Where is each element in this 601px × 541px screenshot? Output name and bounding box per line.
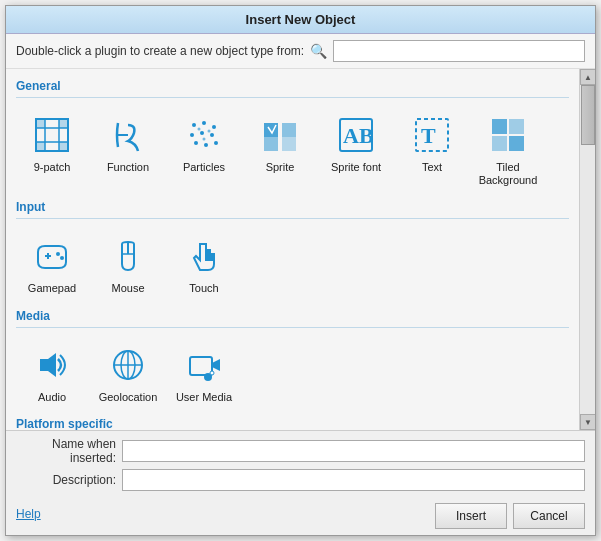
plugin-geolocation[interactable]: Geolocation: [92, 336, 164, 409]
svg-text:T: T: [421, 123, 436, 148]
svg-point-47: [210, 371, 214, 375]
cancel-button[interactable]: Cancel: [513, 503, 585, 529]
plugin-function[interactable]: Function: [92, 106, 164, 192]
touch-name: Touch: [189, 282, 218, 295]
scrollbar[interactable]: ▲ ▼: [579, 69, 595, 430]
plugin-gamepad[interactable]: Gamepad: [16, 227, 88, 300]
plugin-audio[interactable]: Audio: [16, 336, 88, 409]
description-row: Description:: [16, 469, 585, 491]
plugin-text[interactable]: T Text: [396, 106, 468, 192]
section-input-label: Input: [16, 200, 569, 214]
description-label: Description:: [16, 473, 116, 487]
dialog-title: Insert New Object: [6, 6, 595, 34]
svg-rect-32: [509, 136, 524, 151]
9patch-name: 9-patch: [34, 161, 71, 174]
audio-name: Audio: [38, 391, 66, 404]
svg-rect-7: [36, 142, 45, 151]
svg-point-11: [212, 125, 216, 129]
plugin-usermedia[interactable]: User Media: [168, 336, 240, 409]
svg-rect-30: [509, 119, 524, 134]
svg-point-16: [204, 143, 208, 147]
dialog-footer: Name when inserted: Description: Help In…: [6, 430, 595, 535]
svg-point-9: [192, 123, 196, 127]
text-icon: T: [408, 111, 456, 159]
svg-text:AB: AB: [343, 123, 374, 148]
search-label: Double-click a plugin to create a new ob…: [16, 44, 304, 58]
svg-point-20: [203, 138, 206, 141]
plugin-sprite[interactable]: Sprite: [244, 106, 316, 192]
content-area: General 9-patch Function: [6, 69, 595, 430]
function-name: Function: [107, 161, 149, 174]
insert-button[interactable]: Insert: [435, 503, 507, 529]
plugin-9patch[interactable]: 9-patch: [16, 106, 88, 192]
search-bar: Double-click a plugin to create a new ob…: [6, 34, 595, 69]
svg-point-12: [190, 133, 194, 137]
input-items-grid: Gamepad Mouse Touch: [16, 227, 569, 300]
svg-marker-45: [212, 359, 220, 371]
footer-fields: Name when inserted: Description:: [16, 437, 585, 491]
geolocation-name: Geolocation: [99, 391, 158, 404]
title-text: Insert New Object: [246, 12, 356, 27]
svg-point-17: [214, 141, 218, 145]
plugin-spritefont[interactable]: AB Sprite font: [320, 106, 392, 192]
mouse-name: Mouse: [111, 282, 144, 295]
tiledbackground-icon: [484, 111, 532, 159]
function-icon: [104, 111, 152, 159]
plugin-mouse[interactable]: Mouse: [92, 227, 164, 300]
name-input[interactable]: [122, 440, 585, 462]
gamepad-icon: [28, 232, 76, 280]
gamepad-name: Gamepad: [28, 282, 76, 295]
usermedia-icon: [180, 341, 228, 389]
sprite-icon: [256, 111, 304, 159]
media-divider: [16, 327, 569, 328]
svg-point-15: [194, 141, 198, 145]
search-icon: 🔍: [310, 43, 327, 59]
particles-name: Particles: [183, 161, 225, 174]
help-link[interactable]: Help: [16, 507, 41, 521]
svg-rect-8: [59, 142, 68, 151]
scroll-up-button[interactable]: ▲: [580, 69, 595, 85]
section-media-label: Media: [16, 309, 569, 323]
section-platform-label: Platform specific: [16, 417, 569, 430]
svg-rect-6: [59, 119, 68, 128]
general-divider: [16, 97, 569, 98]
svg-point-18: [198, 128, 201, 131]
mouse-icon: [104, 232, 152, 280]
plugins-scroll-area[interactable]: General 9-patch Function: [6, 69, 579, 430]
svg-rect-29: [492, 119, 507, 134]
svg-point-10: [202, 121, 206, 125]
geolocation-icon: [104, 341, 152, 389]
scroll-thumb[interactable]: [581, 85, 595, 145]
plugin-particles[interactable]: Particles: [168, 106, 240, 192]
svg-point-14: [210, 133, 214, 137]
general-items-grid: 9-patch Function Particles: [16, 106, 569, 192]
svg-rect-5: [36, 119, 45, 128]
svg-rect-31: [492, 136, 507, 151]
svg-rect-22: [282, 123, 296, 137]
spritefont-name: Sprite font: [331, 161, 381, 174]
text-name: Text: [422, 161, 442, 174]
search-input[interactable]: [333, 40, 585, 62]
name-label: Name when inserted:: [16, 437, 116, 465]
9patch-icon: [28, 111, 76, 159]
particles-icon: [180, 111, 228, 159]
usermedia-name: User Media: [176, 391, 232, 404]
svg-point-13: [200, 131, 204, 135]
scroll-down-button[interactable]: ▼: [580, 414, 595, 430]
plugin-touch[interactable]: Touch: [168, 227, 240, 300]
input-divider: [16, 218, 569, 219]
description-input[interactable]: [122, 469, 585, 491]
tiledbackground-name: Tiled Background: [477, 161, 539, 187]
plugin-tiledbackground[interactable]: Tiled Background: [472, 106, 544, 192]
touch-icon: [180, 232, 228, 280]
svg-rect-23: [264, 137, 278, 151]
svg-rect-44: [190, 357, 212, 375]
svg-point-35: [56, 252, 60, 256]
svg-rect-24: [282, 137, 296, 151]
svg-marker-39: [40, 353, 56, 377]
audio-icon: [28, 341, 76, 389]
scroll-track: [580, 85, 595, 414]
insert-new-object-dialog: Insert New Object Double-click a plugin …: [5, 5, 596, 536]
svg-point-36: [60, 256, 64, 260]
spritefont-icon: AB: [332, 111, 380, 159]
